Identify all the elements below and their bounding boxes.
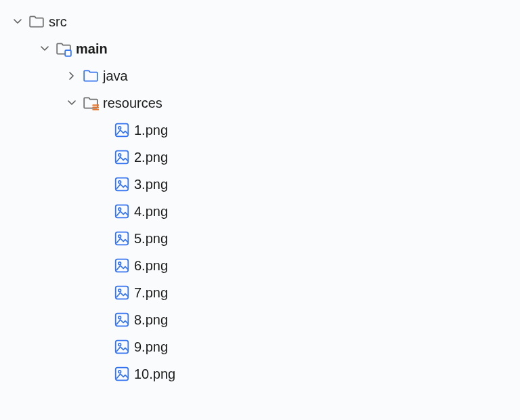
image-file-icon xyxy=(114,149,130,165)
chevron-right-icon xyxy=(65,69,79,83)
image-file-icon xyxy=(114,312,130,328)
tree-item-label: 3.png xyxy=(134,177,168,191)
tree-item-label: 9.png xyxy=(134,340,168,354)
tree-item-file[interactable]: 4.png xyxy=(5,198,515,225)
tree-item-label: 4.png xyxy=(134,205,168,218)
tree-item-file[interactable]: 7.png xyxy=(5,279,515,306)
tree-item-label: 1.png xyxy=(134,123,168,137)
tree-item-label: 10.png xyxy=(134,367,175,381)
tree-item-file[interactable]: 9.png xyxy=(5,333,515,360)
tree-item-file[interactable]: 8.png xyxy=(5,306,515,333)
tree-item-src[interactable]: src xyxy=(5,8,515,35)
tree-item-label: 5.png xyxy=(134,232,168,245)
chevron-down-icon xyxy=(65,96,79,110)
tree-item-label: java xyxy=(103,69,128,83)
image-file-icon xyxy=(114,122,130,138)
tree-item-label: resources xyxy=(103,96,162,110)
tree-item-label: 7.png xyxy=(134,286,168,299)
tree-item-file[interactable]: 3.png xyxy=(5,171,515,198)
image-file-icon xyxy=(114,230,130,247)
tree-item-main[interactable]: main xyxy=(5,35,515,62)
folder-module-icon xyxy=(56,41,72,57)
image-file-icon xyxy=(114,366,130,382)
folder-icon xyxy=(28,14,45,30)
image-file-icon xyxy=(114,285,130,301)
image-file-icon xyxy=(114,203,130,219)
image-file-icon xyxy=(114,257,130,274)
tree-item-label: 2.png xyxy=(134,150,168,164)
tree-item-resources[interactable]: resources xyxy=(5,89,515,117)
image-file-icon xyxy=(114,339,130,355)
tree-item-file[interactable]: 6.png xyxy=(5,252,515,279)
tree-item-file[interactable]: 2.png xyxy=(5,144,515,171)
folder-resources-icon xyxy=(83,95,99,111)
tree-item-label: 6.png xyxy=(134,259,168,272)
folder-source-icon xyxy=(83,68,99,84)
tree-item-label: src xyxy=(49,15,67,28)
tree-item-java[interactable]: java xyxy=(5,62,515,89)
tree-item-file[interactable]: 1.png xyxy=(5,117,515,144)
tree-item-label: main xyxy=(76,42,108,56)
tree-item-file[interactable]: 5.png xyxy=(5,225,515,252)
tree-item-file[interactable]: 10.png xyxy=(5,360,515,387)
chevron-down-icon xyxy=(11,15,24,28)
tree-item-label: 8.png xyxy=(134,313,168,327)
chevron-down-icon xyxy=(38,42,51,56)
image-file-icon xyxy=(114,176,130,192)
